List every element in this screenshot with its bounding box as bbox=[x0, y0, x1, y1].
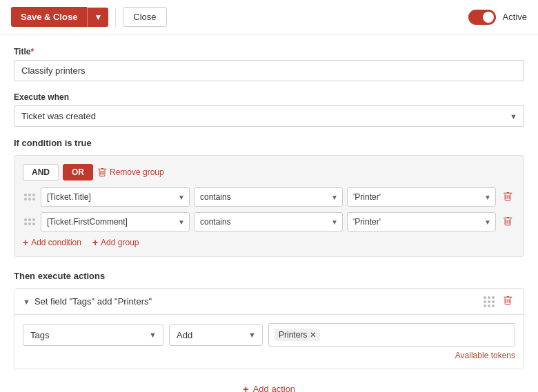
plus-icon: + bbox=[243, 383, 249, 392]
condition-row: [Ticket.FirstComment] ▼ contains ▼ 'Prin… bbox=[23, 212, 515, 231]
action-header: ▼ Set field "Tags" add "Printers" bbox=[14, 289, 524, 315]
action-operator-select[interactable]: Add bbox=[169, 324, 263, 346]
condition2-value-select[interactable]: 'Printer' bbox=[347, 212, 496, 231]
delete-action-button[interactable] bbox=[500, 294, 515, 309]
action-operator-select-wrapper: Add ▼ bbox=[169, 324, 263, 346]
close-button[interactable]: Close bbox=[123, 7, 166, 27]
tag-remove-button[interactable]: ✕ bbox=[310, 331, 316, 340]
active-label: Active bbox=[503, 12, 527, 22]
execute-when-label: Execute when bbox=[14, 92, 524, 102]
toolbar-right: Active bbox=[468, 10, 527, 25]
add-action-button[interactable]: + Add action bbox=[14, 376, 524, 392]
trash-icon bbox=[503, 216, 512, 226]
actions-section-title: Then execute actions bbox=[14, 271, 524, 281]
condition-header: AND OR Remove group bbox=[23, 164, 515, 180]
toolbar-divider bbox=[115, 8, 116, 27]
title-field-group: Title* bbox=[14, 47, 524, 81]
add-condition-button[interactable]: + Add condition bbox=[23, 237, 81, 248]
condition-row: [Ticket.Title] ▼ contains ▼ 'Printer' ▼ bbox=[23, 187, 515, 207]
plus-icon: + bbox=[23, 237, 28, 248]
required-indicator: * bbox=[30, 47, 34, 56]
available-tokens-link[interactable]: Available tokens bbox=[23, 351, 515, 360]
action-drag-handle-icon[interactable] bbox=[484, 296, 495, 307]
condition-operator-select-wrapper: contains ▼ bbox=[194, 187, 343, 207]
condition-footer: + Add condition + Add group bbox=[23, 237, 515, 248]
condition2-value-select-wrapper: 'Printer' ▼ bbox=[347, 212, 496, 231]
execute-when-select[interactable]: Ticket was created bbox=[14, 105, 524, 127]
add-group-button[interactable]: + Add group bbox=[92, 237, 139, 248]
drag-handle-icon[interactable] bbox=[23, 217, 37, 227]
trash-icon bbox=[97, 167, 107, 177]
condition-field-select-wrapper: [Ticket.Title] ▼ bbox=[41, 187, 190, 207]
remove-group-label: Remove group bbox=[110, 167, 164, 177]
remove-group-button[interactable]: Remove group bbox=[97, 167, 164, 177]
condition2-operator-select[interactable]: contains bbox=[194, 212, 343, 231]
action-field-select-wrapper: Tags ▼ bbox=[23, 324, 163, 346]
condition2-field-select-wrapper: [Ticket.FirstComment] ▼ bbox=[41, 212, 190, 231]
toggle-track bbox=[468, 10, 496, 25]
grid-dots-icon bbox=[24, 194, 35, 200]
condition-section-title: If condition is true bbox=[14, 138, 524, 148]
trash-icon bbox=[503, 296, 512, 305]
main-content: Title* Execute when Ticket was created ▼… bbox=[0, 34, 538, 392]
delete-condition-1-button[interactable] bbox=[500, 190, 515, 205]
and-button[interactable]: AND bbox=[23, 164, 59, 180]
action-icons bbox=[484, 294, 515, 309]
action-body: Tags ▼ Add ▼ Printers ✕ bbox=[14, 315, 524, 369]
actions-section: Then execute actions ▼ Set field "Tags" … bbox=[14, 271, 524, 392]
grid-dots-icon bbox=[24, 218, 35, 225]
save-close-dropdown-button[interactable]: ▼ bbox=[87, 8, 108, 27]
toolbar: Save & Close ▼ Close Active bbox=[0, 0, 538, 34]
condition-value-select-wrapper: 'Printer' ▼ bbox=[347, 187, 496, 207]
delete-condition-2-button[interactable] bbox=[500, 215, 515, 229]
drag-handle-icon[interactable] bbox=[23, 192, 37, 202]
action-field-select[interactable]: Tags bbox=[23, 324, 163, 346]
condition-operator-select[interactable]: contains bbox=[194, 187, 343, 207]
action-title-text: Set field "Tags" add "Printers" bbox=[34, 296, 484, 307]
condition-block: AND OR Remove group bbox=[14, 155, 524, 257]
condition2-field-select[interactable]: [Ticket.FirstComment] bbox=[41, 212, 190, 231]
or-button[interactable]: OR bbox=[63, 164, 93, 180]
title-label: Title* bbox=[14, 47, 524, 56]
condition2-operator-select-wrapper: contains ▼ bbox=[194, 212, 343, 231]
action-item: ▼ Set field "Tags" add "Printers" bbox=[14, 288, 524, 369]
action-row: Tags ▼ Add ▼ Printers ✕ bbox=[23, 323, 515, 347]
action-collapse-chevron-icon[interactable]: ▼ bbox=[23, 298, 30, 306]
tag-chip: Printers ✕ bbox=[275, 329, 320, 341]
execute-when-select-wrapper: Ticket was created ▼ bbox=[14, 105, 524, 127]
condition-field-select[interactable]: [Ticket.Title] bbox=[41, 187, 190, 207]
save-close-button[interactable]: Save & Close bbox=[11, 7, 87, 27]
title-input[interactable] bbox=[14, 60, 524, 81]
active-toggle[interactable] bbox=[468, 10, 496, 25]
toggle-thumb bbox=[483, 12, 494, 23]
condition-section: If condition is true AND OR Remove group bbox=[14, 138, 524, 257]
action-tags-input[interactable]: Printers ✕ bbox=[268, 323, 515, 347]
condition-value-select[interactable]: 'Printer' bbox=[347, 187, 496, 207]
execute-when-field-group: Execute when Ticket was created ▼ bbox=[14, 92, 524, 127]
tag-value: Printers bbox=[279, 330, 307, 340]
plus-icon: + bbox=[92, 237, 98, 248]
trash-icon bbox=[503, 192, 512, 201]
